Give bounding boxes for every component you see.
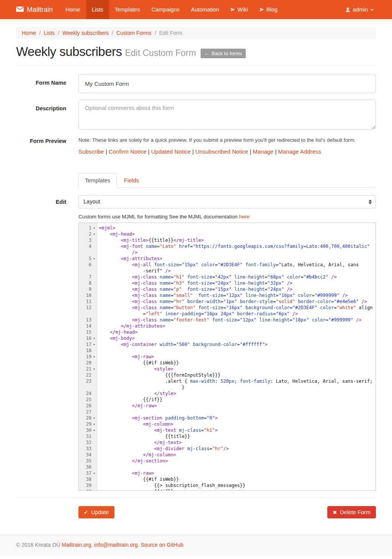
code-line[interactable]: {{{formInputStyle}}} <box>99 372 376 378</box>
footer: © 2016 Kreata OÜ Mailtrain.org, info@mai… <box>0 534 392 556</box>
footer-link-source-on-github[interactable]: Source on GitHub <box>141 542 183 548</box>
preview-link-subscribe[interactable]: Subscribe <box>78 148 104 155</box>
preview-link-confirm-notice[interactable]: Confirm Notice <box>109 148 147 155</box>
code-line[interactable]: </mj-section> <box>99 458 376 464</box>
code-line[interactable]: <mj-class name="hr" border-width="1px" b… <box>99 298 376 305</box>
nav-item-lists[interactable]: Lists <box>86 0 109 19</box>
gutter-line: 31 <box>79 433 97 439</box>
code-line[interactable]: <mj-title>{{title}}</mj-title> <box>99 237 376 243</box>
brand-link[interactable]: Mailtrain <box>16 0 60 19</box>
line-number: 11 <box>79 298 91 305</box>
code-line[interactable]: <mj-class name="small" font-size="12px" … <box>99 292 376 298</box>
tab-fields[interactable]: Fields <box>118 173 145 188</box>
line-number: 12 <box>79 305 91 311</box>
code-line[interactable]: <mjml> <box>99 225 376 231</box>
user-menu[interactable]: admin <box>343 0 376 19</box>
code-line[interactable]: {{#if isWeb}} <box>99 360 376 366</box>
footer-link-mailtrain-org[interactable]: Mailtrain.org <box>62 542 91 548</box>
code-line[interactable]: <mj-class name="button" font-size="16px"… <box>99 305 376 311</box>
code-line[interactable]: {{title}} <box>99 433 376 439</box>
breadcrumb-link-home[interactable]: Home <box>22 30 36 36</box>
form-name-input[interactable] <box>78 74 376 93</box>
code-line[interactable]: <style> <box>99 366 376 372</box>
fold-arrow-icon[interactable]: ▾ <box>91 415 97 421</box>
preview-link-manage-address[interactable]: Manage Address <box>278 148 321 155</box>
line-number: 8 <box>79 280 91 286</box>
fold-arrow-icon[interactable]: ▾ <box>91 335 97 341</box>
code-line[interactable]: -serif" /> <box>99 268 376 274</box>
code-line[interactable]: /> <box>99 249 376 256</box>
code-line[interactable]: <mj-raw> <box>99 354 376 360</box>
nav-item-wiki[interactable]: Wiki <box>225 0 253 19</box>
code-line[interactable]: {{/if}} <box>99 397 376 403</box>
fold-arrow-icon[interactable]: ▾ <box>91 231 97 237</box>
template-select[interactable]: Layout <box>78 195 376 208</box>
fold-arrow-icon[interactable]: ▾ <box>91 421 97 427</box>
code-line[interactable]: ="left" inner-padding="16px 24px" border… <box>99 311 376 317</box>
code-line[interactable]: </style> <box>99 390 376 397</box>
fold-arrow-icon[interactable]: ▾ <box>91 354 97 360</box>
footer-link-info-mailtrain-org[interactable]: info@mailtrain.org <box>94 542 138 548</box>
code-line[interactable]: <mj-raw> <box>99 470 376 476</box>
update-button[interactable]: ✔ Update <box>78 506 114 518</box>
code-line[interactable]: <mj-class name="footer-text" font-size="… <box>99 317 376 323</box>
code-line[interactable]: <mj-body> <box>99 335 376 341</box>
code-line[interactable]: </mj-raw> <box>99 403 376 409</box>
code-line[interactable]: <mj-font name="Lato" href="https://fonts… <box>99 243 376 249</box>
code-line[interactable]: {{/if}} <box>99 489 376 490</box>
nav-item-home[interactable]: Home <box>60 0 86 19</box>
code-line[interactable]: {{#if isWeb}} <box>99 476 376 482</box>
code-line[interactable]: </mj-head> <box>99 329 376 335</box>
breadcrumb-current: Edit Form <box>152 30 183 36</box>
code-line[interactable]: <mj-class name="h3" font-size="24px" lin… <box>99 280 376 286</box>
mjml-doc-link[interactable]: here <box>239 214 249 220</box>
code-line[interactable]: <mj-divider mj-class="hr"/> <box>99 446 376 452</box>
nav-item-templates[interactable]: Templates <box>109 0 146 19</box>
delete-form-button[interactable]: ✖ Delete Form <box>327 506 376 518</box>
editor-code[interactable]: <mjml> <mj-head> <mj-title>{{title}}</mj… <box>97 223 376 490</box>
breadcrumb-link-weekly-subscribers[interactable]: Weekly subscribers <box>62 30 109 36</box>
nav-item-automation[interactable]: Automation <box>185 0 225 19</box>
code-line[interactable] <box>99 409 376 415</box>
code-editor[interactable]: 1▾2▾345▾678910111213141516▾17▾1819▾2021▾… <box>78 223 376 491</box>
preview-link-updated-notice[interactable]: Updated Notice <box>151 148 191 155</box>
preview-note: Note: These links are solely for a quick… <box>78 137 376 143</box>
line-number: 25 <box>79 397 91 403</box>
code-line[interactable]: .alert { max-width: 520px; font-family: … <box>99 378 376 384</box>
code-line[interactable]: </mj-text> <box>99 439 376 446</box>
code-line[interactable]: <mj-section padding-bottom="0"> <box>99 415 376 421</box>
back-to-forms-button[interactable]: ← Back to forms <box>201 49 246 58</box>
fold-arrow-icon[interactable]: ▾ <box>91 470 97 476</box>
line-number: 35 <box>79 458 91 464</box>
nav-item-blog[interactable]: Blog <box>254 0 283 19</box>
code-line[interactable]: } <box>99 384 376 390</box>
code-line[interactable]: </mj-attributes> <box>99 323 376 329</box>
code-line[interactable]: <mj-class name="h1" font-size="42px" lin… <box>99 274 376 280</box>
fold-arrow-icon[interactable]: ▾ <box>91 427 97 433</box>
code-line[interactable]: <mj-head> <box>99 231 376 237</box>
code-line[interactable]: <mj-container width="560" background-col… <box>99 341 376 348</box>
fold-arrow-icon[interactable]: ▾ <box>91 225 97 231</box>
paper-plane-icon <box>260 7 264 12</box>
breadcrumb-link-lists[interactable]: Lists <box>44 30 55 36</box>
code-line[interactable]: <mj-text mj-class="h1"> <box>99 427 376 433</box>
code-line[interactable]: <mj-column> <box>99 421 376 427</box>
tab-templates[interactable]: Templates <box>78 173 117 188</box>
fold-arrow-icon[interactable]: ▾ <box>91 256 97 262</box>
code-line[interactable]: <mj-class name="p" font-size="15px" line… <box>99 286 376 292</box>
code-line[interactable]: {{> subscription_flash_messages}} <box>99 482 376 489</box>
brand-label: Mailtrain <box>27 6 53 14</box>
code-line[interactable]: </mj-column> <box>99 452 376 458</box>
preview-link-unsubscribed-notice[interactable]: Unsubscribed Notice <box>195 148 248 155</box>
fold-arrow-icon[interactable]: ▾ <box>91 366 97 372</box>
code-line[interactable]: <mj-all font-size="15px" color="#2D3E4F"… <box>99 262 376 268</box>
preview-link-manage[interactable]: Manage <box>253 148 273 155</box>
code-line[interactable]: <mj-attributes> <box>99 256 376 262</box>
code-line[interactable] <box>99 464 376 470</box>
nav-item-label: Campaigns <box>152 7 180 13</box>
breadcrumb-link-custom-forms[interactable]: Custom Forms <box>116 30 152 36</box>
fold-arrow-icon[interactable]: ▾ <box>91 341 97 348</box>
code-line[interactable] <box>99 348 376 354</box>
nav-item-campaigns[interactable]: Campaigns <box>146 0 185 19</box>
description-input[interactable] <box>78 100 376 130</box>
